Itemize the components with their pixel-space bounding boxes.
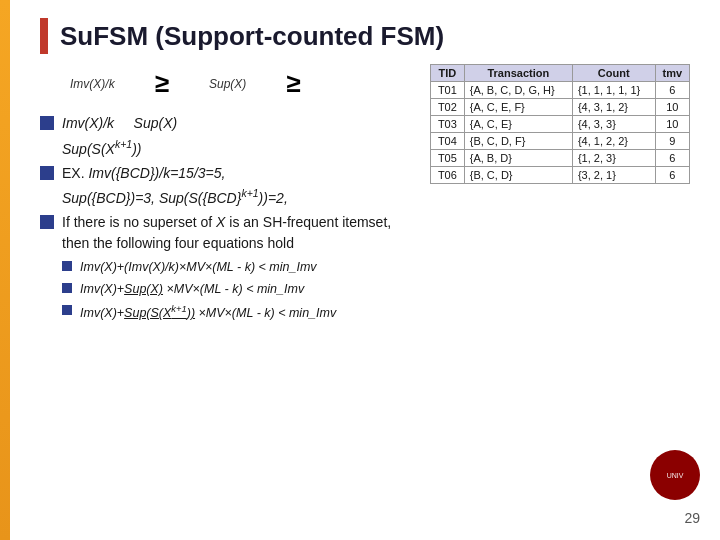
accent-bar [0, 0, 10, 540]
bullet-line-1: Imv(X)/k Sup(X) [40, 113, 412, 134]
table-row: T03{A, C, E}{4, 3, 3}10 [431, 116, 690, 133]
bullet-line-3: If there is no superset of X is an SH-fr… [40, 212, 412, 254]
col-transaction: Transaction [464, 65, 572, 82]
left-content: Imv(X)/k ≥ Sup(X) ≥ Imv(X)/k Sup(X) [40, 64, 412, 329]
table-cell: {A, B, D} [464, 150, 572, 167]
col-tmv: tmv [655, 65, 689, 82]
bullet-line-2: EX. Imv({BCD})/k=15/3=5, [40, 163, 412, 184]
table-cell: {A, C, E, F} [464, 99, 572, 116]
sub-bullet-text-2: Imv(X)+Sup(X) ×MV×(ML - k) < min_Imv [80, 280, 304, 299]
inequality-row: Imv(X)/k ≥ Sup(X) ≥ [70, 68, 412, 99]
col-count: Count [572, 65, 655, 82]
bullet-text-1: Imv(X)/k Sup(X) [62, 113, 177, 134]
table-cell: {4, 3, 1, 2} [572, 99, 655, 116]
bullet-section-3: If there is no superset of X is an SH-fr… [40, 212, 412, 322]
transaction-table: TID Transaction Count tmv T01{A, B, C, D… [430, 64, 690, 184]
sub-bullet-line-1: Imv(X)+(Imv(X)/k)×MV×(ML - k) < min_Imv [62, 258, 412, 277]
sub-bullet-line-3: Imv(X)+Sup(S(Xk+1)) ×MV×(ML - k) < min_I… [62, 302, 412, 323]
title-accent-bar [40, 18, 48, 54]
table-cell: T06 [431, 167, 465, 184]
table-row: T02{A, C, E, F}{4, 3, 1, 2}10 [431, 99, 690, 116]
ineq-symbol-1: ≥ [155, 68, 169, 99]
sub-bullet-marker-2 [62, 283, 72, 293]
content-area: Imv(X)/k ≥ Sup(X) ≥ Imv(X)/k Sup(X) [40, 64, 690, 329]
slide: SuFSM (Support-counted FSM) Imv(X)/k ≥ S… [0, 0, 720, 540]
table-cell: T05 [431, 150, 465, 167]
title-row: SuFSM (Support-counted FSM) [40, 18, 690, 54]
table-cell: {4, 1, 2, 2} [572, 133, 655, 150]
slide-title: SuFSM (Support-counted FSM) [60, 21, 444, 52]
table-row: T06{B, C, D}{3, 2, 1}6 [431, 167, 690, 184]
bullet-text-2: EX. Imv({BCD})/k=15/3=5, [62, 163, 225, 184]
table-cell: {3, 2, 1} [572, 167, 655, 184]
bullet-marker-2 [40, 166, 54, 180]
sub-bullet-text-3: Imv(X)+Sup(S(Xk+1)) ×MV×(ML - k) < min_I… [80, 302, 336, 323]
logo-text: UNIV [667, 472, 684, 479]
table-cell: {B, C, D} [464, 167, 572, 184]
page-number: 29 [684, 510, 700, 526]
ex-line2: Sup({BCD})=3, Sup(S({BCD}k+1))=2, [62, 188, 412, 207]
table-cell: {1, 1, 1, 1, 1} [572, 82, 655, 99]
table-cell: 6 [655, 150, 689, 167]
sub-bullet-text-1: Imv(X)+(Imv(X)/k)×MV×(ML - k) < min_Imv [80, 258, 317, 277]
table-row: T01{A, B, C, D, G, H}{1, 1, 1, 1, 1}6 [431, 82, 690, 99]
table-cell: 6 [655, 82, 689, 99]
col-tid: TID [431, 65, 465, 82]
sub-bullet-marker-1 [62, 261, 72, 271]
sub-bullet-marker-3 [62, 305, 72, 315]
table-cell: 10 [655, 116, 689, 133]
table-cell: T04 [431, 133, 465, 150]
table-row: T04{B, C, D, F}{4, 1, 2, 2}9 [431, 133, 690, 150]
ineq-top-sup: Sup(X) [209, 77, 246, 91]
table-cell: T02 [431, 99, 465, 116]
table-row: T05{A, B, D}{1, 2, 3}6 [431, 150, 690, 167]
ineq-top-lmv: Imv(X)/k [70, 77, 115, 91]
ineq-symbol-2: ≥ [286, 68, 300, 99]
sup-s-line: Sup(S(Xk+1)) [62, 138, 412, 157]
sub-bullets: Imv(X)+(Imv(X)/k)×MV×(ML - k) < min_Imv … [62, 258, 412, 322]
bullet-marker-1 [40, 116, 54, 130]
bullet-text-3: If there is no superset of X is an SH-fr… [62, 212, 412, 254]
table-header-row: TID Transaction Count tmv [431, 65, 690, 82]
table-cell: T03 [431, 116, 465, 133]
ineq-item-sup: Sup(X) [209, 77, 246, 91]
bullet-section-1: Imv(X)/k Sup(X) Sup(S(Xk+1)) [40, 113, 412, 157]
table-cell: 10 [655, 99, 689, 116]
table-cell: {A, B, C, D, G, H} [464, 82, 572, 99]
right-table: TID Transaction Count tmv T01{A, B, C, D… [430, 64, 690, 329]
table-cell: {4, 3, 3} [572, 116, 655, 133]
table-cell: 9 [655, 133, 689, 150]
table-cell: 6 [655, 167, 689, 184]
table-cell: {B, C, D, F} [464, 133, 572, 150]
bullet-section-2: EX. Imv({BCD})/k=15/3=5, Sup({BCD})=3, S… [40, 163, 412, 207]
bullet-marker-3 [40, 215, 54, 229]
ineq-item-lmv: Imv(X)/k [70, 77, 115, 91]
university-logo: UNIV [650, 450, 700, 500]
table-cell: T01 [431, 82, 465, 99]
table-cell: {A, C, E} [464, 116, 572, 133]
sub-bullet-line-2: Imv(X)+Sup(X) ×MV×(ML - k) < min_Imv [62, 280, 412, 299]
table-cell: {1, 2, 3} [572, 150, 655, 167]
